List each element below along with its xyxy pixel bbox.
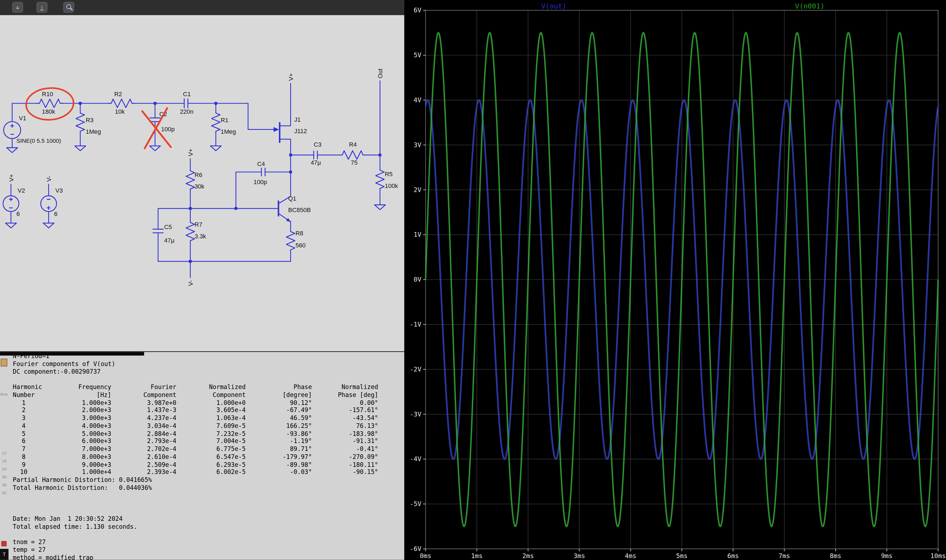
r3-ref: R3 (86, 117, 94, 123)
flag-vminus-bus: V- (187, 280, 194, 286)
log-line (0, 508, 404, 515)
down-arrow-icon: ↓ (37, 3, 46, 12)
flag-vplus-r6: V+ (187, 149, 194, 156)
app-window: ↔ ↕ ↓ (0, 0, 946, 560)
log-line: Date: Mon Jan 1 20:30:52 2024 (0, 515, 404, 523)
palette-size-item: 18 (2, 459, 6, 463)
r2-ref: R2 (114, 91, 122, 97)
log-line (0, 500, 404, 508)
fourier-header-row-1: HarmonicFrequencyFourierNormalizedPhaseN… (0, 383, 404, 391)
spice-output-log: N-Period=1 Fourier components of V(out) … (0, 351, 404, 560)
c1-ref: C1 (183, 91, 191, 97)
log-top-bar (0, 352, 144, 355)
svg-text:1V: 1V (414, 231, 421, 238)
palette-text-tool: T (0, 549, 9, 560)
palette-fragment-label: Ana (0, 392, 8, 397)
r7-value: 3.3k (195, 233, 206, 240)
fourier-row: 55.000e+32.884e-47.232e-5-93.86°-183.98° (0, 430, 404, 438)
r8-ref: R8 (295, 230, 303, 237)
move-arrows-icon: ↕ (13, 3, 23, 12)
svg-text:5ms: 5ms (676, 552, 688, 560)
log-line (0, 531, 404, 538)
palette-size-item: 12 (2, 451, 6, 455)
flag-vminus-v3: V- (46, 176, 52, 182)
fourier-row: 101.000e+42.393e-46.002e-5-0.03°-90.15° (0, 469, 404, 477)
svg-text:10ms: 10ms (931, 552, 946, 560)
fourier-row: 77.000e+32.702e-46.775e-589.71°-0.41° (0, 446, 404, 453)
svg-text:6ms: 6ms (727, 552, 739, 560)
palette-fragment-icon (0, 358, 7, 366)
svg-text:-6V: -6V (410, 545, 421, 552)
log-line: temp = 27 (0, 546, 404, 554)
fourier-header-row-2: Number[Hz]ComponentComponent[degree]Phas… (0, 391, 404, 399)
r2-value: 10k (115, 108, 125, 115)
r6-value: 30k (195, 183, 205, 190)
svg-text:6V: 6V (414, 6, 421, 14)
svg-text:-2V: -2V (410, 366, 421, 373)
svg-text:0V: 0V (414, 275, 421, 283)
r7-ref: R7 (195, 222, 202, 228)
fourier-row: 33.000e+34.237e-41.063e-446.59°-43.54° (0, 414, 404, 422)
svg-text:4V: 4V (414, 96, 421, 103)
svg-text:3ms: 3ms (574, 552, 585, 560)
svg-text:5V: 5V (414, 51, 421, 58)
flag-vplus-drain: V+ (288, 73, 294, 81)
toolbar: ↔ ↕ ↓ (0, 0, 404, 15)
v2-value: 6 (17, 211, 20, 217)
c3-value: 47µ (311, 159, 321, 166)
c1-value: 220n (180, 108, 194, 115)
fourier-row: 11.000e+33.987e+01.000e+090.12°0.00° (0, 399, 404, 406)
palette-size-item: 24 (2, 467, 6, 471)
c2-value: 100p (161, 126, 175, 132)
log-line: Partial Harmonic Distortion: 0.041665% (0, 477, 404, 484)
svg-text:-4V: -4V (410, 455, 421, 463)
flag-out: Out (377, 69, 384, 78)
r1-value: 1Meg (221, 128, 236, 135)
log-line: Fourier components of V(out) (0, 360, 404, 368)
log-line: Total elapsed time: 1.130 seconds. (0, 523, 404, 531)
svg-text:0ms: 0ms (420, 552, 431, 560)
svg-text:2ms: 2ms (522, 552, 534, 560)
svg-text:4ms: 4ms (625, 552, 636, 560)
r4-ref: R4 (349, 141, 357, 148)
svg-text:-1V: -1V (410, 320, 421, 328)
fourier-table: 11.000e+33.987e+01.000e+090.12°0.00° 22.… (0, 399, 404, 477)
probe-tool-button[interactable] (63, 2, 74, 13)
q1-ref: Q1 (288, 195, 297, 202)
move-tool-button[interactable]: ↔ ↕ (12, 2, 23, 13)
palette-red-swatch (1, 541, 6, 546)
svg-text:3V: 3V (414, 141, 421, 149)
c5-value: 47µ (164, 237, 175, 244)
palette-size-item: 30 (2, 475, 6, 479)
fourier-row: 44.000e+33.034e-47.609e-5166.25°76.13° (0, 422, 404, 430)
r10-value: 180k (42, 108, 55, 115)
r5-value: 100k (385, 183, 398, 189)
fourier-row: 66.000e+32.793e-47.004e-5-1.19°-91.31° (0, 438, 404, 446)
q1-value: BC850B (288, 206, 311, 214)
magnifier-icon (66, 5, 71, 9)
c3-ref: C3 (314, 141, 321, 148)
log-line (0, 376, 404, 383)
log-line: tnom = 27 (0, 538, 404, 546)
r4-value: 75 (351, 159, 358, 166)
svg-text:-3V: -3V (410, 411, 421, 418)
j1-value: J112 (294, 128, 307, 134)
palette-size-item: 36 (2, 483, 6, 487)
j1-ref: J1 (294, 116, 301, 123)
log-line: Total Harmonic Distortion: 0.044036% (0, 485, 404, 492)
schematic-canvas[interactable]: V1 SINE(0 5.5 1000) R10 180k R3 1Meg R2 (0, 15, 404, 351)
svg-text:8ms: 8ms (830, 552, 841, 560)
v2-ref: V2 (17, 187, 25, 194)
c4-ref: C4 (257, 160, 265, 168)
r5-ref: R5 (385, 171, 392, 177)
fourier-row: 99.000e+32.509e-46.293e-5-89.98°-180.11° (0, 461, 404, 469)
v3-value: 6 (54, 211, 57, 217)
c5-ref: C5 (164, 223, 172, 231)
drop-tool-button[interactable]: ↓ (37, 2, 48, 13)
waveform-plot[interactable]: 6V5V4V3V2V1V0V-1V-2V-3V-4V-5V-6V0ms1ms2m… (404, 0, 946, 560)
svg-text:1ms: 1ms (471, 552, 483, 560)
waveform-panel: V(out) V(n001) 6V5V4V3V2V1V0V-1V-2V-3V-4… (404, 0, 946, 560)
svg-text:2V: 2V (414, 186, 421, 194)
svg-text:9ms: 9ms (881, 552, 892, 560)
log-line: DC component:-0.00290737 (0, 368, 404, 375)
